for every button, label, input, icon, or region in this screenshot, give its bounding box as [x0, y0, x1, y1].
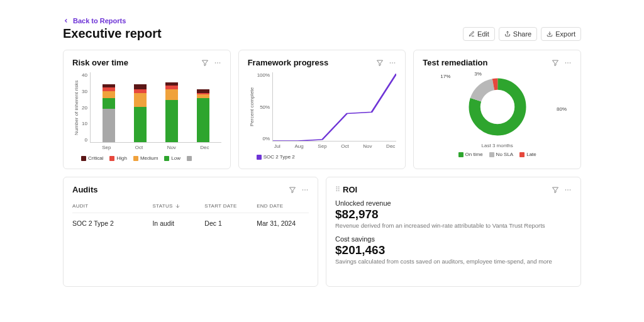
header-actions: Edit Share Export — [463, 27, 581, 41]
more-icon[interactable] — [564, 59, 572, 67]
svg-point-14 — [307, 189, 308, 191]
svg-point-2 — [219, 62, 220, 64]
test-remediation-card: Test remediation 80% 17% 3% Last 3 month… — [413, 50, 581, 169]
share-icon — [504, 31, 511, 37]
more-icon[interactable] — [389, 59, 396, 67]
back-link-label: Back to Reports — [73, 17, 126, 25]
framework-card-title: Framework progress — [248, 58, 329, 67]
audits-card-title: Audits — [72, 185, 97, 194]
roi-card-title: ROI — [343, 185, 357, 194]
framework-progress-card: Framework progress Percent complete 100%… — [238, 50, 406, 169]
roi-card: ⠿ ROI Unlocked revenue $82,978 Revenue d… — [326, 177, 581, 287]
roi-savings-desc: Savings calculated from costs saved on a… — [335, 258, 572, 265]
risk-over-time-card: Risk over time Number of inherent risks … — [63, 50, 231, 169]
filter-icon[interactable] — [552, 186, 559, 194]
more-icon[interactable] — [564, 186, 572, 194]
drag-handle-icon[interactable]: ⠿ — [335, 186, 340, 194]
page-title: Executive report — [63, 26, 162, 41]
table-row[interactable]: SOC 2 Type 2 In audit Dec 1 Mar 31, 2024 — [72, 213, 309, 233]
col-start[interactable]: START DATE — [204, 203, 257, 209]
svg-point-15 — [565, 189, 567, 191]
pencil-icon — [469, 31, 475, 37]
sort-down-icon — [175, 203, 180, 209]
risk-chart: Number of inherent risks 403020100 — [72, 72, 221, 143]
svg-point-12 — [303, 189, 304, 191]
filter-icon[interactable] — [376, 59, 384, 67]
svg-point-3 — [390, 62, 391, 64]
svg-point-5 — [394, 62, 396, 64]
svg-point-0 — [214, 62, 216, 64]
roi-savings-value: $201,463 — [335, 243, 572, 257]
share-button[interactable]: Share — [499, 27, 537, 41]
svg-point-8 — [570, 62, 571, 64]
audits-card: Audits AUDIT STATUS START DATE END DATE … — [63, 177, 318, 287]
roi-revenue-label: Unlocked revenue — [335, 199, 572, 207]
roi-revenue-value: $82,978 — [335, 208, 572, 221]
download-icon — [547, 31, 553, 37]
more-icon[interactable] — [301, 186, 309, 194]
svg-point-1 — [217, 62, 218, 64]
framework-chart: Percent complete 100%50%0% — [248, 72, 397, 142]
svg-point-16 — [567, 189, 569, 191]
svg-point-11 — [474, 84, 520, 130]
remediation-card-title: Test remediation — [423, 58, 487, 67]
audits-table-header: AUDIT STATUS START DATE END DATE — [72, 199, 309, 213]
roi-savings-label: Cost savings — [335, 235, 572, 243]
filter-icon[interactable] — [201, 59, 209, 67]
col-end[interactable]: END DATE — [257, 203, 309, 209]
arrow-left-icon — [63, 18, 69, 24]
more-icon[interactable] — [214, 59, 221, 67]
export-button[interactable]: Export — [541, 27, 581, 41]
edit-button[interactable]: Edit — [463, 27, 495, 41]
back-to-reports-link[interactable]: Back to Reports — [63, 17, 126, 25]
svg-point-13 — [304, 189, 306, 191]
svg-point-7 — [567, 62, 569, 64]
risk-card-title: Risk over time — [72, 58, 128, 67]
svg-point-6 — [565, 62, 567, 64]
svg-point-17 — [570, 189, 571, 191]
svg-point-4 — [392, 62, 394, 64]
roi-revenue-desc: Revenue derived from an increased win-ra… — [335, 222, 572, 229]
col-status[interactable]: STATUS — [152, 203, 204, 209]
remediation-chart: 80% 17% 3% — [423, 72, 572, 142]
filter-icon[interactable] — [289, 186, 296, 194]
col-audit[interactable]: AUDIT — [72, 203, 152, 209]
filter-icon[interactable] — [552, 59, 559, 67]
